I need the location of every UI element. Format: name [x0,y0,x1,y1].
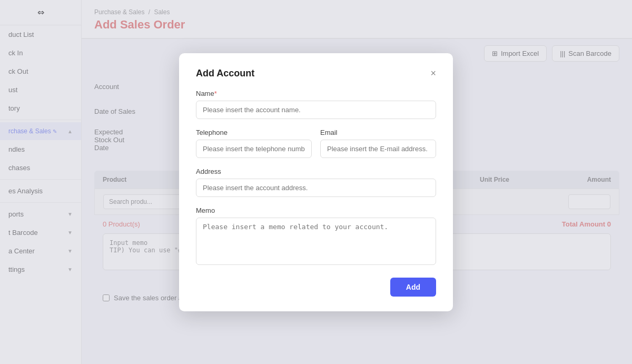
address-label: Address [196,168,436,175]
memo-label: Memo [196,206,436,214]
telephone-input[interactable] [196,140,312,158]
modal-header: Add Account × [196,68,436,79]
telephone-field: Telephone [196,129,312,158]
email-input[interactable] [320,140,436,158]
name-field: Name* [196,90,436,119]
modal-overlay[interactable]: Add Account × Name* Telephone Email Addr… [0,0,632,364]
name-label: Name* [196,90,436,97]
email-label: Email [320,129,436,136]
name-input[interactable] [196,101,436,119]
telephone-email-row: Telephone Email [196,129,436,158]
address-field: Address [196,168,436,197]
modal-title: Add Account [196,68,254,79]
add-account-modal: Add Account × Name* Telephone Email Addr… [179,53,453,311]
memo-field: Memo [196,206,436,267]
email-field: Email [320,129,436,158]
add-button[interactable]: Add [390,278,436,297]
modal-footer: Add [196,278,436,297]
memo-modal-input[interactable] [196,218,436,265]
address-input[interactable] [196,179,436,197]
modal-close-button[interactable]: × [430,68,436,78]
telephone-label: Telephone [196,129,312,136]
